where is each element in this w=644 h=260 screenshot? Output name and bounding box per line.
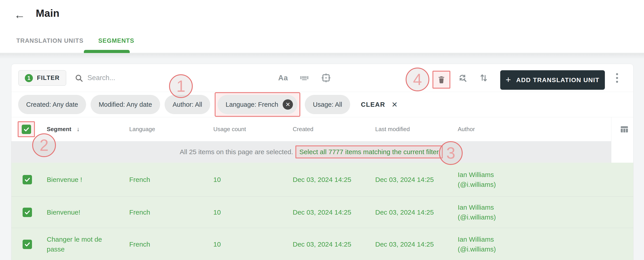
chip-language-label: Language: French — [226, 101, 278, 108]
usage-count-cell: 10 — [213, 175, 293, 185]
language-cell: French — [129, 207, 213, 217]
created-cell: Dec 03, 2024 14:25 — [293, 207, 375, 217]
author-handle: (@i.williams) — [458, 244, 611, 254]
plus-icon: + — [506, 75, 511, 84]
selection-banner-pinned-cell — [611, 141, 633, 163]
tab-translation-units[interactable]: TRANSLATION UNITS — [16, 34, 84, 48]
row-checkbox[interactable] — [22, 208, 32, 217]
active-tab-indicator — [84, 50, 130, 53]
table-row[interactable]: Changer le mot de passe French 10 Dec 03… — [12, 228, 633, 260]
filter-count-badge: 1 — [25, 74, 33, 82]
column-header-modified[interactable]: Last modified — [375, 126, 458, 133]
filter-button-label: FILTER — [37, 75, 60, 81]
author-cell: Ian Williams (@i.williams) — [458, 170, 611, 189]
chip-usage[interactable]: Usage: All — [305, 95, 350, 114]
selection-banner-main: All 25 items on this page are selected. … — [12, 141, 611, 163]
filter-button[interactable]: 1 FILTER — [18, 70, 66, 86]
search-icon — [75, 74, 84, 83]
chip-remove-icon[interactable]: ✕ — [283, 99, 293, 110]
select-all-checkbox[interactable] — [22, 125, 31, 134]
author-cell: Ian Williams (@i.williams) — [458, 234, 611, 254]
table-row[interactable]: Bienvenue ! French 10 Dec 03, 2024 14:25… — [12, 163, 633, 196]
chip-language[interactable]: Language: French ✕ — [218, 95, 298, 114]
columns-settings-icon[interactable] — [620, 124, 629, 134]
clear-filters-button[interactable]: CLEAR ✕ — [361, 100, 398, 109]
exact-match-icon[interactable] — [318, 71, 334, 85]
language-cell: French — [129, 239, 213, 249]
author-handle: (@i.williams) — [458, 180, 611, 189]
table-row[interactable]: Bienvenue! French 10 Dec 03, 2024 14:25 … — [12, 196, 633, 228]
pinned-column-header — [611, 117, 633, 141]
created-cell: Dec 03, 2024 14:25 — [293, 175, 375, 185]
match-case-icon[interactable]: Aa — [275, 71, 291, 85]
author-handle: (@i.williams) — [458, 212, 611, 222]
column-header-author[interactable]: Author — [458, 126, 611, 133]
language-cell: French — [129, 175, 213, 185]
selection-banner: All 25 items on this page are selected. … — [12, 141, 633, 163]
chip-language-highlight-box: Language: French ✕ — [215, 92, 300, 117]
row-checkbox[interactable] — [22, 240, 32, 249]
add-translation-unit-label: ADD TRANSLATION UNIT — [516, 77, 600, 84]
select-all-matching-link[interactable]: Select all 7777 items matching the curre… — [300, 148, 439, 155]
back-arrow-icon[interactable]: ← — [12, 8, 27, 22]
column-header-segment[interactable]: Segment ↓ — [47, 126, 129, 133]
row-checkbox[interactable] — [22, 175, 32, 184]
select-all-link-highlight-box: Select all 7777 items matching the curre… — [296, 145, 443, 158]
tab-bar: TRANSLATION UNITS SEGMENTS — [16, 34, 134, 48]
segment-text: Bienvenue ! — [47, 175, 114, 185]
delete-highlight-box — [432, 71, 450, 89]
column-header-usage[interactable]: Usage count — [213, 126, 293, 133]
barcode-scan-icon[interactable] — [296, 71, 312, 85]
tab-segments[interactable]: SEGMENTS — [98, 34, 134, 48]
filter-chips-row: Created: Any date Modified: Any date Aut… — [12, 92, 633, 117]
author-name: Ian Williams — [458, 234, 611, 244]
more-options-icon[interactable] — [612, 71, 622, 85]
author-cell: Ian Williams (@i.williams) — [458, 202, 611, 222]
selection-banner-text: All 25 items on this page are selected. — [180, 148, 293, 156]
author-name: Ian Williams — [458, 170, 611, 180]
table-header: Segment ↓ Language Usage count Created L… — [12, 117, 633, 141]
clear-label: CLEAR — [361, 101, 385, 108]
chip-created[interactable]: Created: Any date — [18, 95, 86, 114]
column-header-created[interactable]: Created — [293, 126, 375, 133]
author-name: Ian Williams — [458, 202, 611, 212]
select-all-highlight-box — [18, 121, 35, 137]
page-header: ← Main TRANSLATION UNITS SEGMENTS — [0, 0, 644, 53]
chip-author[interactable]: Author: All — [164, 95, 210, 114]
usage-count-cell: 10 — [213, 239, 293, 249]
sort-desc-icon: ↓ — [77, 126, 80, 133]
close-icon: ✕ — [392, 100, 398, 109]
header-shadow — [0, 53, 644, 59]
find-replace-icon[interactable] — [454, 71, 470, 85]
modified-cell: Dec 03, 2024 14:25 — [375, 239, 458, 249]
segment-text: Bienvenue! — [47, 207, 114, 217]
sort-order-icon[interactable] — [476, 71, 492, 85]
toolbar: 1 FILTER Aa — [12, 64, 633, 92]
modified-cell: Dec 03, 2024 14:25 — [375, 175, 458, 185]
trash-icon[interactable] — [437, 75, 446, 84]
modified-cell: Dec 03, 2024 14:25 — [375, 207, 458, 217]
segment-text: Changer le mot de passe — [47, 234, 114, 254]
created-cell: Dec 03, 2024 14:25 — [293, 239, 375, 249]
column-header-language[interactable]: Language — [129, 126, 213, 133]
usage-count-cell: 10 — [213, 207, 293, 217]
segments-panel: 1 FILTER Aa — [11, 64, 634, 260]
add-translation-unit-button[interactable]: + ADD TRANSLATION UNIT — [500, 70, 605, 90]
chip-modified[interactable]: Modified: Any date — [90, 95, 160, 114]
search-input[interactable] — [88, 71, 230, 85]
page-title: Main — [36, 7, 60, 19]
